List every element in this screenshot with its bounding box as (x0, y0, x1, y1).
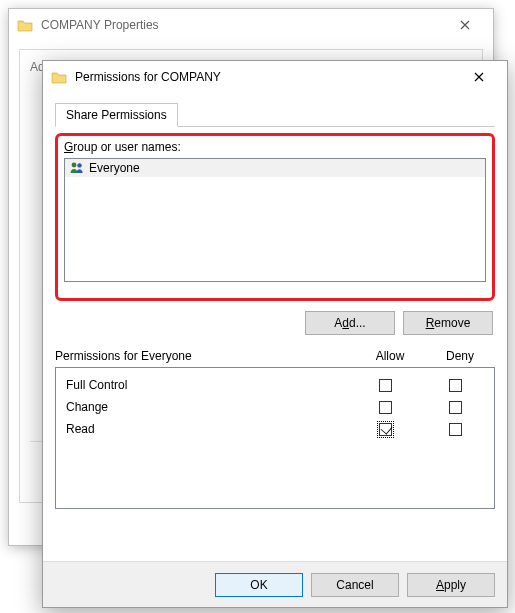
perm-label: Change (60, 400, 350, 414)
properties-title: COMPANY Properties (41, 18, 443, 32)
properties-titlebar[interactable]: COMPANY Properties (9, 9, 493, 41)
apply-button[interactable]: Apply (407, 573, 495, 597)
allow-checkbox-read[interactable] (379, 423, 392, 436)
svg-point-0 (72, 163, 77, 168)
deny-checkbox-full-control[interactable] (449, 379, 462, 392)
close-icon[interactable] (443, 11, 487, 39)
group-buttons-row: Add... Remove (55, 311, 493, 335)
everyone-icon (69, 161, 85, 175)
permissions-for-label: Permissions for Everyone (55, 349, 355, 363)
tab-share-permissions[interactable]: Share Permissions (55, 103, 178, 127)
perm-label: Read (60, 422, 350, 436)
tabstrip: Share Permissions (55, 103, 495, 127)
table-row: Read (60, 418, 490, 440)
list-item-label: Everyone (89, 161, 140, 175)
permissions-header: Permissions for Everyone Allow Deny (55, 349, 495, 363)
cancel-button[interactable]: Cancel (311, 573, 399, 597)
ok-button[interactable]: OK (215, 573, 303, 597)
close-icon[interactable] (457, 63, 501, 91)
list-item[interactable]: Everyone (65, 159, 485, 177)
allow-column-header: Allow (355, 349, 425, 363)
deny-checkbox-read[interactable] (449, 423, 462, 436)
folder-icon (17, 18, 33, 32)
add-button[interactable]: Add... (305, 311, 395, 335)
permissions-body: Share Permissions Group or user names: E… (55, 103, 495, 557)
folder-icon (51, 70, 67, 84)
permissions-table: Full Control Change Read (55, 367, 495, 509)
dialog-button-bar: OK Cancel Apply (43, 561, 507, 607)
deny-checkbox-change[interactable] (449, 401, 462, 414)
table-row: Change (60, 396, 490, 418)
allow-checkbox-full-control[interactable] (379, 379, 392, 392)
deny-column-header: Deny (425, 349, 495, 363)
svg-point-1 (77, 163, 81, 167)
group-user-names-label: Group or user names: (64, 140, 486, 154)
perm-label: Full Control (60, 378, 350, 392)
group-user-names-area: Group or user names: Everyone (55, 133, 495, 301)
permissions-window: Permissions for COMPANY Share Permission… (42, 60, 508, 608)
permissions-title: Permissions for COMPANY (75, 70, 457, 84)
permissions-titlebar[interactable]: Permissions for COMPANY (43, 61, 507, 93)
table-row: Full Control (60, 374, 490, 396)
remove-button[interactable]: Remove (403, 311, 493, 335)
group-user-names-list[interactable]: Everyone (64, 158, 486, 282)
allow-checkbox-change[interactable] (379, 401, 392, 414)
